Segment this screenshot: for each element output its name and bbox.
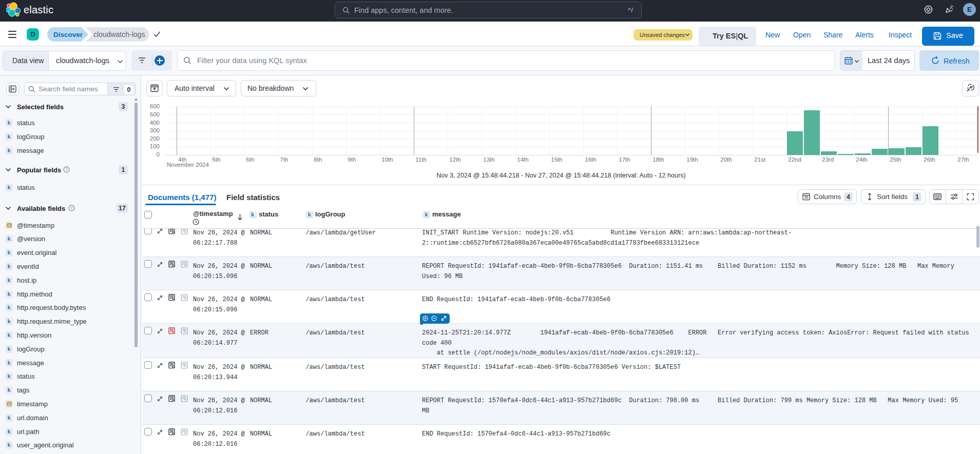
svg-text:?: ? [65, 167, 68, 172]
svg-text:?: ? [70, 206, 73, 210]
